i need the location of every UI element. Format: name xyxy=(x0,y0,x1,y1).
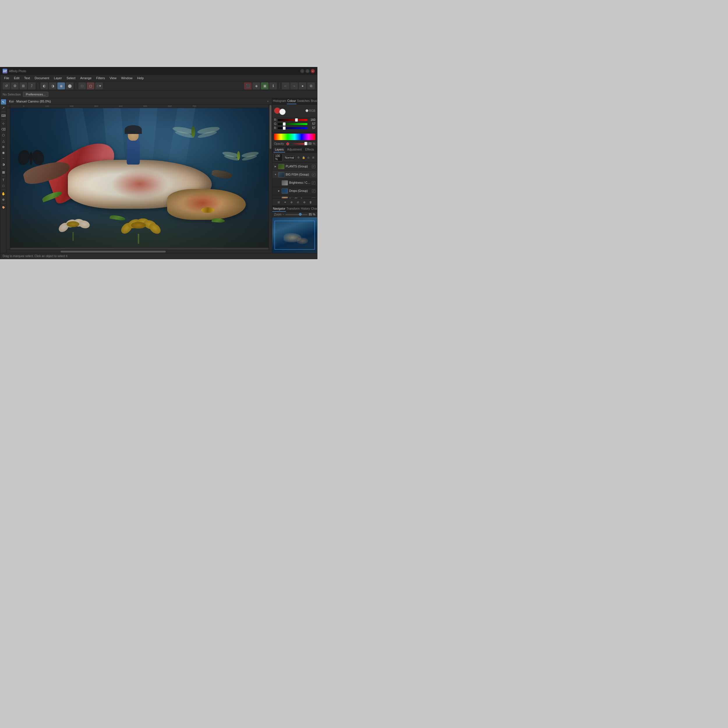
navigator-thumbnail[interactable] xyxy=(272,217,317,253)
tool-color3[interactable]: ▣ xyxy=(261,83,269,89)
background-color[interactable] xyxy=(279,109,286,115)
blue-thumb[interactable] xyxy=(283,126,286,130)
tool-fill[interactable]: ⬡ xyxy=(1,133,6,138)
menu-arrange[interactable]: Arrange xyxy=(78,76,93,80)
tool-view4[interactable]: ⬤ xyxy=(66,83,73,89)
menu-text[interactable]: Text xyxy=(22,76,32,80)
canvas-content[interactable] xyxy=(10,108,272,248)
tool-color-swatch[interactable]: 🎨 xyxy=(1,205,6,210)
layer-vis-plants[interactable]: ✓ xyxy=(312,165,315,168)
tool-share[interactable]: ⤴ xyxy=(28,83,35,89)
tab-transform[interactable]: Transform xyxy=(286,206,300,212)
red-thumb[interactable] xyxy=(295,118,298,122)
expand-drops[interactable]: ▶ xyxy=(277,190,280,193)
tool-view3[interactable]: ◉ xyxy=(57,83,65,89)
tool-rect-select[interactable]: □ xyxy=(78,83,86,89)
tool-view2[interactable]: ◑ xyxy=(49,83,57,89)
layer-delete[interactable]: 🗑 xyxy=(308,200,313,205)
layer-fx[interactable]: ✦ xyxy=(283,200,288,205)
layer-plants[interactable]: ▶ PLANTS (Group) ✓ xyxy=(272,162,317,171)
tool-text[interactable]: T xyxy=(1,177,6,183)
tool-persona[interactable]: ● xyxy=(299,83,306,89)
tab-effects[interactable]: Effects xyxy=(304,147,315,153)
tool-red-eye[interactable]: ◉ xyxy=(1,150,6,155)
layer-group-icon[interactable]: ⊞ xyxy=(311,156,315,159)
blue-slider[interactable] xyxy=(278,127,307,129)
canvas-hscroll[interactable] xyxy=(7,249,272,253)
tool-next[interactable]: → xyxy=(290,83,298,89)
layer-settings-icon[interactable]: ⚙ xyxy=(297,156,301,159)
tab-styles[interactable]: Styles xyxy=(316,147,317,153)
zoom-thumb[interactable] xyxy=(299,213,302,216)
menu-help[interactable]: Help xyxy=(135,76,146,80)
menu-document[interactable]: Document xyxy=(33,76,51,80)
opacity-slider[interactable] xyxy=(292,143,306,145)
tab-channels[interactable]: Channels xyxy=(310,206,317,212)
layer-vis-brightness[interactable]: ✓ xyxy=(312,181,315,185)
tool-color2[interactable]: ◈ xyxy=(252,83,260,89)
tool-hand[interactable]: ✋ xyxy=(1,191,6,196)
tool-info[interactable]: ℹ xyxy=(269,83,277,89)
tab-histogram[interactable]: Histogram xyxy=(272,98,287,104)
expand-plants[interactable]: ▶ xyxy=(274,165,277,168)
tab-swatches[interactable]: Swatches xyxy=(297,98,310,104)
menu-layer[interactable]: Layer xyxy=(52,76,64,80)
layer-blend-mode[interactable]: Normal xyxy=(284,156,295,160)
layer-drops[interactable]: ▶ Drops (Group) ✓ xyxy=(272,187,317,195)
tool-healing[interactable]: △ xyxy=(1,138,6,144)
tool-clone-left[interactable]: ⊕ xyxy=(1,144,6,149)
tool-color1[interactable]: ⬛ xyxy=(244,83,252,89)
close-button[interactable]: × xyxy=(311,69,315,73)
maximize-button[interactable]: □ xyxy=(306,69,309,73)
menu-edit[interactable]: Edit xyxy=(12,76,21,80)
tab-navigator[interactable]: Navigator xyxy=(272,206,286,212)
tool-node[interactable]: ↗ xyxy=(1,105,6,110)
layer-opacity-input[interactable]: 100 % xyxy=(274,154,283,161)
tab-layers[interactable]: Layers xyxy=(274,147,285,153)
layer-align[interactable]: ⊘ xyxy=(295,200,300,205)
layer-add-mask[interactable]: ⊞ xyxy=(276,200,281,205)
layer-brightness[interactable]: ▶ Brightness / Contrast... ✓ xyxy=(272,179,317,187)
menu-filters[interactable]: Filters xyxy=(94,76,107,80)
menu-file[interactable]: File xyxy=(2,76,11,80)
canvas-close-button[interactable]: × xyxy=(266,99,270,103)
tool-zoom[interactable]: ⊕ xyxy=(1,197,6,202)
tool-crop[interactable]: ⌨ xyxy=(1,113,6,118)
tool-transform[interactable]: ◻ xyxy=(87,83,94,89)
color-spectrum[interactable] xyxy=(274,134,315,140)
tab-colour[interactable]: Colour xyxy=(287,98,297,104)
opacity-thumb[interactable] xyxy=(304,142,307,145)
green-thumb[interactable] xyxy=(283,122,286,126)
layer-vis-bigfish[interactable]: ✓ xyxy=(312,173,315,176)
tool-settings[interactable]: ⚙ xyxy=(11,83,18,89)
zoom-slider[interactable] xyxy=(285,214,307,215)
tool-grid[interactable]: ⊞ xyxy=(20,83,27,89)
vscroll-thumb[interactable] xyxy=(270,105,271,148)
tool-gradient-left[interactable]: ▦ xyxy=(1,170,6,175)
layer-lock-icon[interactable]: 🔒 xyxy=(301,156,306,159)
tool-smudge[interactable]: ~ xyxy=(1,156,6,161)
menu-window[interactable]: Window xyxy=(119,76,135,80)
tool-brush[interactable]: ⊹ xyxy=(1,121,6,126)
tool-shape[interactable]: □ xyxy=(1,183,6,188)
menu-view[interactable]: View xyxy=(107,76,119,80)
layer-mask-icon[interactable]: ◎ xyxy=(306,156,310,159)
tab-brushes[interactable]: Brushes xyxy=(310,98,317,104)
red-slider[interactable] xyxy=(278,119,307,121)
zoom-minus[interactable]: − xyxy=(283,213,284,216)
tab-adjustment[interactable]: Adjustment xyxy=(286,147,303,153)
layer-new[interactable]: ⊕ xyxy=(302,200,307,205)
tab-history[interactable]: History xyxy=(300,206,310,212)
layer-bigfish[interactable]: ▼ BIG FISH (Group) ✓ xyxy=(272,171,317,179)
green-slider[interactable] xyxy=(278,123,307,125)
layer-vis-drops[interactable]: ✓ xyxy=(312,189,315,193)
layers-list[interactable]: ▶ PLANTS (Group) ✓ ▼ BIG FISH (Group) ✓ xyxy=(272,162,317,198)
layer-clip[interactable]: ⊗ xyxy=(289,200,294,205)
minimize-button[interactable]: − xyxy=(300,69,304,73)
tool-eraser-left[interactable]: ⌫ xyxy=(1,127,6,132)
menu-select[interactable]: Select xyxy=(65,76,78,80)
tool-undo[interactable]: ↺ xyxy=(3,83,10,89)
expand-bigfish[interactable]: ▼ xyxy=(274,173,277,176)
tool-select-drop[interactable]: □▾ xyxy=(95,83,103,89)
tool-assistant[interactable]: ⧉ xyxy=(307,83,315,89)
